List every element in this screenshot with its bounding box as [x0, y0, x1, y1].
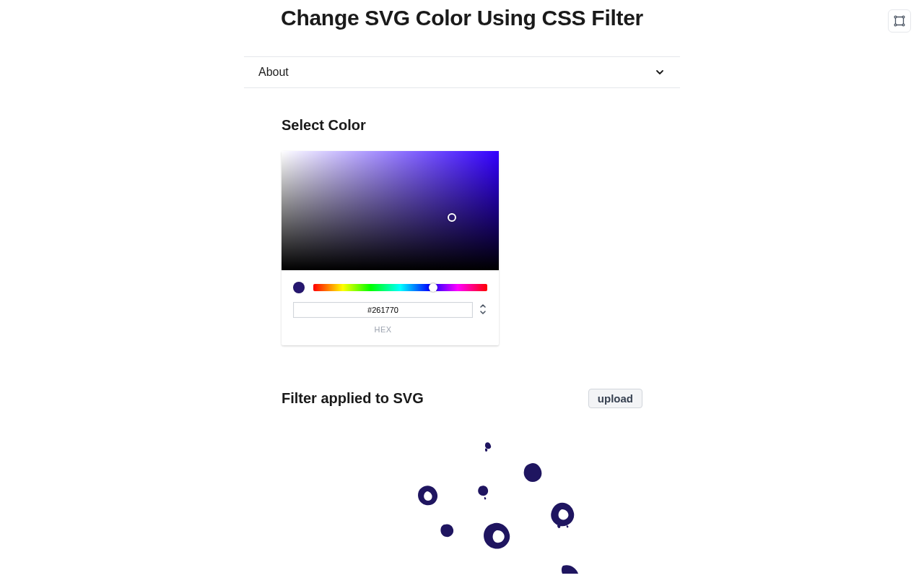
upload-button[interactable]: upload: [588, 389, 642, 408]
saturation-area[interactable]: [282, 151, 499, 270]
svg-point-2: [902, 16, 905, 18]
chevron-down-icon: [654, 66, 666, 78]
chevron-down-icon: [479, 309, 487, 315]
svg-point-4: [902, 24, 905, 26]
saturation-pointer[interactable]: [448, 213, 456, 222]
svg-point-3: [894, 24, 897, 26]
page-title: Change SVG Color Using CSS Filter: [244, 6, 680, 30]
filter-applied-heading: Filter applied to SVG: [282, 390, 424, 407]
viewport-tool-button[interactable]: [888, 9, 911, 33]
about-accordion: About: [244, 56, 680, 88]
saturation-black-overlay: [282, 151, 499, 270]
hue-slider[interactable]: [313, 284, 487, 291]
hex-input[interactable]: [293, 302, 473, 318]
hex-label: hex: [293, 325, 473, 334]
svg-preview: [282, 437, 642, 574]
svg-rect-0: [896, 17, 904, 25]
bounding-box-icon: [894, 15, 905, 27]
color-picker: hex: [282, 151, 499, 345]
select-color-heading: Select Color: [282, 117, 642, 134]
hue-pointer[interactable]: [429, 283, 437, 292]
chevron-up-icon: [479, 303, 487, 309]
svg-point-1: [894, 16, 897, 18]
color-swatch: [293, 282, 305, 293]
format-toggle[interactable]: [479, 302, 487, 315]
accordion-label: About: [258, 66, 289, 79]
about-accordion-header[interactable]: About: [244, 57, 680, 87]
